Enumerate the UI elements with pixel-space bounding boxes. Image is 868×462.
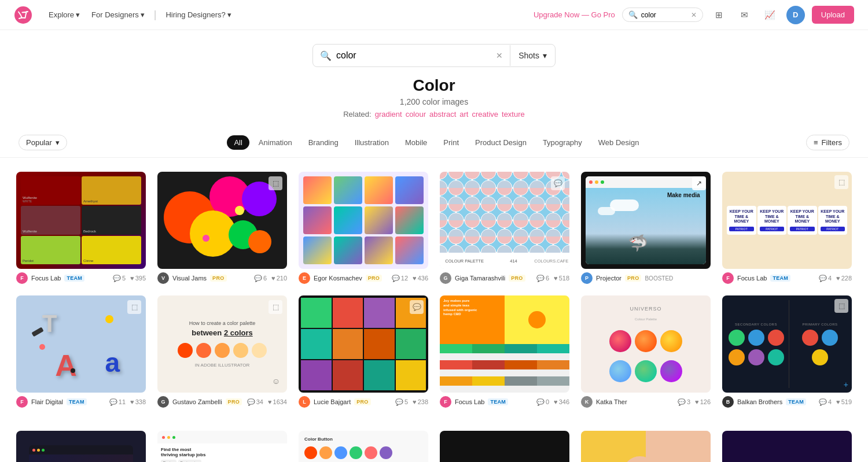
filters-bar: Popular ▾ All Animation Branding Illustr… <box>0 128 868 158</box>
shot-card[interactable]: 🎭 PYAR <box>722 431 852 462</box>
main-search-input[interactable] <box>336 45 491 66</box>
shot-thumbnail[interactable]: KEEP YOUR TIME & MONEY PATRIOT KEEP YOUR… <box>722 172 852 269</box>
category-tabs: All Animation Branding Illustration Mobi… <box>227 135 646 150</box>
tab-print[interactable]: Print <box>436 135 466 150</box>
author-avatar: G <box>157 396 169 408</box>
author-avatar: F <box>722 272 734 284</box>
close-icon[interactable]: ✕ <box>691 11 697 19</box>
tab-branding[interactable]: Branding <box>301 135 345 150</box>
shot-card[interactable]: T A a ⬚ F Flair Digital TEAM 💬11 ♥338 <box>16 295 146 408</box>
author-avatar: F <box>440 396 451 408</box>
shot-thumbnail[interactable]: Secondary colors Primary colors <box>722 295 852 393</box>
shot-thumbnail[interactable]: T A a ⬚ <box>16 295 146 393</box>
shot-card[interactable]: Color Button Red Blue Green <box>299 431 428 462</box>
shot-card[interactable]: E Egor Kosmachev PRO 💬12 ♥436 <box>299 172 428 284</box>
avatar[interactable]: D <box>786 6 805 24</box>
shot-thumbnail[interactable]: Find the mostthriving startup jobs Desig… <box>157 431 287 462</box>
shots-type-dropdown[interactable]: Shots ▾ <box>510 51 555 60</box>
heart-icon: ♥ <box>836 398 840 405</box>
nav-links: Explore ▾ For Designers ▾ | Hiring Desig… <box>44 8 236 21</box>
nav-hiring[interactable]: Hiring Designers? ▾ <box>161 8 236 21</box>
shot-thumbnail[interactable]: WulfeniteWHITE Amethyst Wulfenite Bedroc… <box>16 172 146 269</box>
shot-thumbnail[interactable]: Color Button Red Blue Green <box>299 431 428 462</box>
shot-meta: G Gustavo Zambelli PRO 💬34 ♥1634 <box>157 393 287 408</box>
envelope-icon[interactable]: ✉ <box>735 6 754 24</box>
shot-card[interactable]: ⬚ V Visual Jams PRO 💬6 ♥210 <box>157 172 287 284</box>
comment-count: 💬6 <box>536 275 549 282</box>
tag-gradient[interactable]: gradient <box>375 110 402 119</box>
tag-abstract[interactable]: abstract <box>429 110 456 119</box>
tag-texture[interactable]: texture <box>502 110 525 119</box>
nav-right: Upgrade Now — Go Pro 🔍 ✕ ⊞ ✉ 📈 D Upload <box>534 6 854 24</box>
shot-thumbnail[interactable]: Make media 🦈 ↗ <box>581 172 711 269</box>
tag-creative[interactable]: creative <box>472 110 498 119</box>
author-avatar: G <box>440 272 451 284</box>
shot-thumbnail[interactable]: Joy makes pureand simple teasinfused wit… <box>440 295 569 393</box>
tag-colour[interactable]: colour <box>406 110 426 119</box>
shot-thumbnail[interactable] <box>581 431 711 462</box>
shot-card[interactable]: COLOUR PALETTE 414 COLOURS.CAFE 💬 G Giga… <box>440 172 569 284</box>
shot-card[interactable]: WulfeniteWHITE Amethyst Wulfenite Bedroc… <box>16 172 146 284</box>
author-badge: PRO <box>354 398 370 405</box>
filters-button[interactable]: ≡ Filters <box>806 135 849 150</box>
upload-button[interactable]: Upload <box>812 6 854 24</box>
shot-card[interactable]: 01 02 03 04 05 Black & White Royal Blue … <box>440 431 569 462</box>
shot-card[interactable]: Secondary colors Primary colors <box>722 295 852 408</box>
upgrade-link[interactable]: Upgrade Now — Go Pro <box>534 10 615 19</box>
shot-meta: F Flair Digital TEAM 💬11 ♥338 <box>16 393 146 408</box>
shot-thumbnail[interactable] <box>299 172 428 269</box>
shot-card[interactable] <box>581 431 711 462</box>
shot-thumbnail[interactable]: Citta: 71-80% of websites <box>16 431 146 462</box>
shot-stats: 💬12 ♥436 <box>392 275 428 282</box>
shot-stats: 💬3 ♥126 <box>678 398 711 406</box>
tab-typography[interactable]: Typography <box>536 135 589 150</box>
related-label: Related: <box>343 110 371 119</box>
grid-view-icon[interactable]: ⊞ <box>710 6 729 24</box>
author-avatar: E <box>299 272 310 284</box>
nav-explore[interactable]: Explore ▾ <box>44 8 84 21</box>
shot-card[interactable]: Make media 🦈 ↗ P Projector PRO BOOSTED <box>581 172 711 284</box>
shot-card[interactable]: Find the mostthriving startup jobs Desig… <box>157 431 287 462</box>
comment-count: 💬6 <box>254 275 267 282</box>
comment-count: 💬12 <box>392 275 408 282</box>
shot-card[interactable]: 💬 L Lucie Bajgart PRO 💬5 ♥238 <box>299 295 428 408</box>
shot-card[interactable]: Joy makes pureand simple teasinfused wit… <box>440 295 569 408</box>
shot-thumbnail[interactable]: COLOUR PALETTE 414 COLOURS.CAFE 💬 <box>440 172 569 269</box>
search-clear-icon[interactable]: ✕ <box>496 51 503 60</box>
tab-product-design[interactable]: Product Design <box>468 135 534 150</box>
tab-web-design[interactable]: Web Design <box>591 135 646 150</box>
shot-card[interactable]: KEEP YOUR TIME & MONEY PATRIOT KEEP YOUR… <box>722 172 852 284</box>
nav-for-designers[interactable]: For Designers ▾ <box>87 8 149 21</box>
tab-all[interactable]: All <box>227 135 249 150</box>
shot-thumbnail[interactable]: 💬 <box>299 295 428 393</box>
like-count: ♥518 <box>554 275 569 282</box>
activity-icon[interactable]: 📈 <box>761 6 779 24</box>
tab-animation[interactable]: Animation <box>252 135 299 150</box>
like-count: ♥126 <box>695 398 711 405</box>
tab-mobile[interactable]: Mobile <box>398 135 434 150</box>
tab-illustration[interactable]: Illustration <box>348 135 396 150</box>
comment-count: 💬5 <box>113 275 126 282</box>
sort-dropdown[interactable]: Popular ▾ <box>19 135 67 150</box>
author-badge: TEAM <box>488 398 508 405</box>
shot-thumbnail[interactable]: 🎭 PYAR <box>722 431 852 462</box>
shot-thumbnail[interactable]: UNIVERSO Colour Palette <box>581 295 711 393</box>
author-name: Focus Lab <box>455 398 484 405</box>
shot-thumbnail[interactable]: How to create a color palette between 2 … <box>157 295 287 393</box>
nav-search-input[interactable] <box>641 11 687 19</box>
bottom-shots-row: Citta: 71-80% of websites Find the mostt… <box>0 431 868 462</box>
author-badge: PRO <box>509 275 525 282</box>
shot-thumbnail[interactable]: ⬚ <box>157 172 287 269</box>
author-name: Projector <box>596 275 621 282</box>
like-count: ♥436 <box>413 275 428 282</box>
shot-card[interactable]: How to create a color palette between 2 … <box>157 295 287 408</box>
shot-meta: K Katka Ther 💬3 ♥126 <box>581 393 711 408</box>
shot-thumbnail[interactable]: 01 02 03 04 05 Black & White Royal Blue … <box>440 431 569 462</box>
logo[interactable] <box>14 6 32 24</box>
search-icon: 🔍 <box>320 50 332 61</box>
comment-count: 💬5 <box>395 398 408 406</box>
shot-card[interactable]: UNIVERSO Colour Palette K Katka Ther 💬3 … <box>581 295 711 408</box>
tag-art[interactable]: art <box>459 110 468 119</box>
shot-card[interactable]: Citta: 71-80% of websites <box>16 431 146 462</box>
main-search-bar: 🔍 ✕ Shots ▾ <box>312 44 556 67</box>
